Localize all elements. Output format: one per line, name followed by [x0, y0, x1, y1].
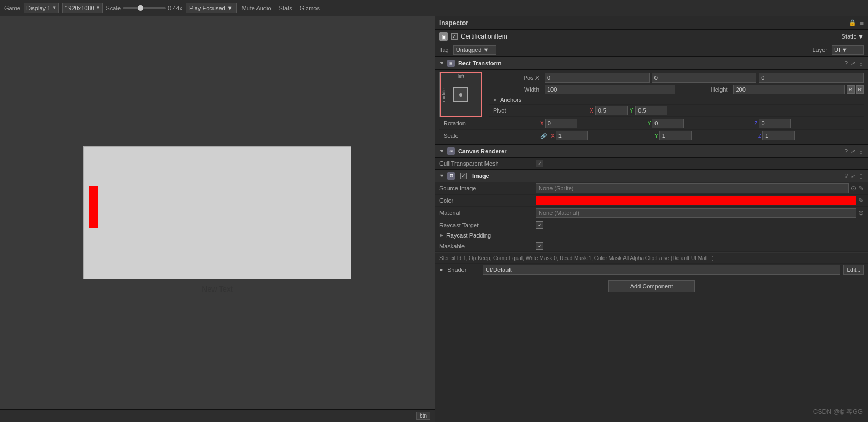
image-expand-icon[interactable]: ⤢ — [851, 173, 855, 179]
image-active-checkbox[interactable] — [460, 173, 467, 179]
maskable-row: Maskable — [435, 240, 868, 252]
mute-audio-button[interactable]: Mute Audio — [240, 4, 274, 12]
rect-transform-icon: ⊞ — [447, 60, 455, 67]
canvas-renderer-help-icon[interactable]: ? — [844, 149, 848, 154]
material-label: Material — [439, 210, 536, 216]
pivot-x-input[interactable] — [595, 106, 628, 115]
rotation-x-item: X — [540, 119, 645, 128]
source-image-value: None (Sprite) — [536, 183, 849, 193]
material-pick-icon[interactable]: ⊙ — [858, 209, 864, 217]
rotation-label: Rotation — [444, 120, 540, 127]
inspector-lock-icon[interactable]: 🔒 — [849, 19, 856, 26]
resolution-arrow-icon: ▼ — [96, 5, 100, 10]
rect-transform-actions: ? ⤢ ⋮ — [844, 61, 864, 66]
scale-y-input[interactable] — [659, 131, 692, 140]
rect-transform-expand-icon[interactable]: ⤢ — [851, 61, 855, 66]
tag-dropdown[interactable]: Untagged ▼ — [453, 45, 496, 55]
image-actions: ? ⤢ ⋮ — [844, 173, 864, 179]
rotation-y-label: Y — [648, 121, 651, 127]
display-dropdown[interactable]: Display 1 ▼ — [24, 3, 59, 13]
static-dropdown[interactable]: Static ▼ — [842, 33, 864, 40]
anchor-box — [453, 87, 468, 102]
resolution-dropdown[interactable]: 1920x1080 ▼ — [62, 3, 102, 13]
cull-mesh-checkbox[interactable] — [536, 160, 543, 167]
raycast-target-checkbox[interactable] — [536, 221, 543, 229]
height-label: Height — [678, 86, 731, 93]
canvas-renderer-header[interactable]: ▼ 👁 Canvas Renderer ? ⤢ ⋮ — [435, 145, 868, 158]
play-focused-button[interactable]: Play Focused ▼ — [186, 3, 237, 13]
height-input[interactable] — [733, 85, 845, 94]
tag-layer-row: Tag Untagged ▼ Layer UI ▼ — [435, 43, 868, 57]
rect-transform-help-icon[interactable]: ? — [844, 61, 848, 66]
shader-label: Shader — [447, 266, 480, 273]
rotation-y-input[interactable] — [652, 119, 684, 128]
raycast-target-label: Raycast Target — [439, 222, 536, 228]
color-picker-icon[interactable]: ✎ — [858, 197, 864, 204]
bottom-game-btn[interactable]: btn — [416, 412, 430, 420]
canvas-renderer-icon: 👁 — [447, 147, 455, 155]
inspector-menu-icon[interactable]: ≡ — [860, 20, 864, 26]
tag-arrow-icon: ▼ — [483, 47, 489, 53]
material-row: Material None (Material) ⊙ — [435, 207, 868, 219]
pos-xyz-row: Pos X — [489, 72, 864, 84]
pivot-y-label: Y — [630, 108, 634, 114]
rotation-x-input[interactable] — [545, 119, 577, 128]
rect-transform-header[interactable]: ▼ ⊞ Rect Transform ? ⤢ ⋮ — [435, 57, 868, 70]
game-canvas: New Text — [0, 16, 435, 409]
new-text-label: New Text — [202, 285, 232, 293]
color-label: Color — [439, 197, 536, 204]
rotation-z-label: Z — [754, 121, 757, 127]
top-toolbar: Game Display 1 ▼ 1920x1080 ▼ Scale 0.44x… — [0, 0, 868, 16]
layer-dropdown[interactable]: UI ▼ — [832, 45, 864, 55]
bottom-bar-game: btn — [0, 409, 435, 422]
add-component-button[interactable]: Add Component — [608, 280, 695, 292]
shader-edit-button[interactable]: Edit... — [843, 265, 864, 275]
add-component-row: Add Component — [435, 276, 868, 297]
maskable-checkbox[interactable] — [536, 242, 543, 250]
scale-x-input[interactable] — [556, 131, 588, 140]
scale-y-label: Y — [654, 133, 658, 139]
image-header[interactable]: ▼ 🖼 Image ? ⤢ ⋮ — [435, 169, 868, 182]
gizmos-button[interactable]: Gizmos — [298, 4, 322, 12]
source-image-edit-icon[interactable]: ✎ — [858, 184, 864, 192]
cull-mesh-label: Cull Transparent Mesh — [439, 160, 536, 167]
posx-input[interactable] — [545, 73, 650, 83]
raycast-padding-row[interactable]: ► Raycast Padding — [435, 231, 868, 240]
image-menu-icon[interactable]: ⋮ — [858, 173, 864, 179]
posy-input[interactable] — [652, 73, 757, 83]
width-input[interactable] — [545, 85, 675, 94]
posz-input[interactable] — [759, 73, 864, 83]
object-icon: ▣ — [439, 32, 448, 41]
anchor-widget[interactable]: left middle — [439, 72, 482, 117]
source-image-pick-icon[interactable]: ⊙ — [851, 184, 856, 192]
scale-row: Scale 🔗 X Y Z — [439, 130, 864, 142]
canvas-renderer-menu-icon[interactable]: ⋮ — [858, 149, 864, 154]
rect-fields: Pos X Width Height R R — [489, 72, 864, 117]
pivot-x-label: X — [590, 108, 593, 114]
anchors-row[interactable]: ► Anchors — [489, 95, 864, 105]
image-help-icon[interactable]: ? — [844, 173, 848, 179]
scale-value: 0.44x — [168, 5, 182, 11]
scale-slider[interactable] — [123, 7, 166, 9]
rotation-z-input[interactable] — [759, 119, 791, 128]
rect-r-button[interactable]: R — [847, 85, 855, 94]
color-swatch[interactable] — [536, 196, 856, 205]
canvas-renderer-expand-icon[interactable]: ⤢ — [851, 149, 855, 154]
pivot-y-input[interactable] — [635, 106, 667, 115]
stats-button[interactable]: Stats — [277, 4, 295, 12]
stencil-menu-icon[interactable]: ⋮ — [710, 255, 716, 261]
rect-transform-menu-icon[interactable]: ⋮ — [858, 61, 864, 66]
scale-inputs: 🔗 X Y Z — [540, 131, 859, 140]
cull-mesh-row: Cull Transparent Mesh — [435, 158, 868, 169]
object-active-checkbox[interactable] — [451, 33, 458, 40]
red-rect — [89, 186, 98, 228]
inspector-header: Inspector 🔒 ≡ — [435, 16, 868, 30]
source-image-label: Source Image — [439, 185, 536, 191]
rect-transform-collapse-icon: ▼ — [439, 61, 444, 66]
scale-y-item: Y — [654, 131, 756, 140]
shader-dropdown[interactable]: UI/Default — [483, 265, 841, 275]
rect-r2-button[interactable]: R — [856, 85, 864, 94]
image-title: Image — [472, 173, 489, 179]
scale-z-input[interactable] — [762, 131, 795, 140]
width-label: Width — [489, 86, 542, 93]
